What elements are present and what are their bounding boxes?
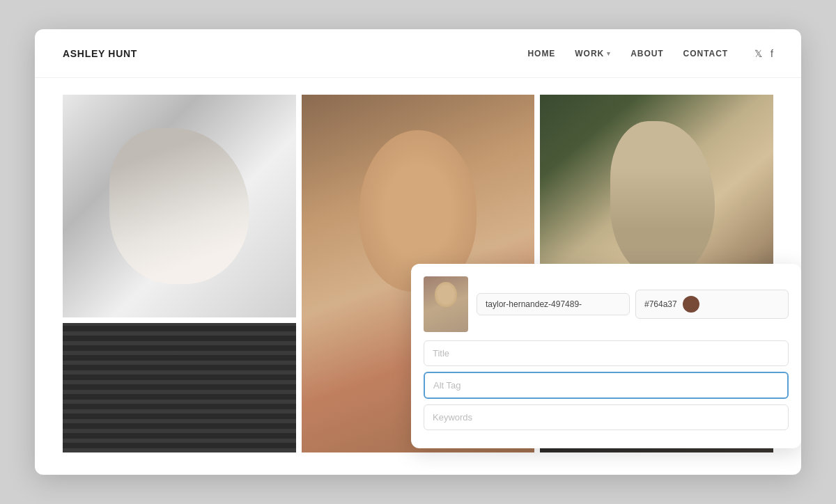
gallery-area: taylor-hernandez-497489- #764a37 <box>35 78 801 469</box>
color-swatch[interactable] <box>683 296 699 313</box>
popup-color-field[interactable]: #764a37 <box>635 290 789 319</box>
keywords-input[interactable] <box>424 404 789 430</box>
nav-contact[interactable]: CONTACT <box>683 49 729 58</box>
nav-about[interactable]: ABOUT <box>630 49 663 58</box>
work-dropdown-arrow: ▾ <box>607 50 611 57</box>
popup-color-text: #764a37 <box>644 299 677 309</box>
photo-4 <box>63 323 296 452</box>
site-header: ASHLEY HUNT HOME WORK ▾ ABOUT CONTACT 𝕏 … <box>35 29 801 78</box>
nav-home[interactable]: HOME <box>527 49 555 58</box>
alt-tag-input[interactable] <box>424 372 789 399</box>
popup-top-row: taylor-hernandez-497489- #764a37 <box>424 276 789 332</box>
nav-social: 𝕏 f <box>754 48 773 59</box>
title-input-row <box>424 340 789 366</box>
image-edit-popup: taylor-hernandez-497489- #764a37 <box>411 264 801 448</box>
photo-1 <box>63 95 296 317</box>
site-nav: HOME WORK ▾ ABOUT CONTACT 𝕏 f <box>527 48 773 59</box>
gallery-cell-4[interactable] <box>63 323 296 452</box>
popup-thumbnail <box>424 276 468 332</box>
gallery-cell-1[interactable] <box>63 95 296 317</box>
facebook-icon[interactable]: f <box>771 48 773 59</box>
site-logo[interactable]: ASHLEY HUNT <box>63 48 137 59</box>
alt-tag-input-row <box>424 372 789 399</box>
keywords-input-row <box>424 404 789 430</box>
browser-window: ASHLEY HUNT HOME WORK ▾ ABOUT CONTACT 𝕏 … <box>35 29 801 475</box>
popup-filename-field: taylor-hernandez-497489- <box>477 293 630 315</box>
nav-work[interactable]: WORK ▾ <box>575 49 611 58</box>
title-input[interactable] <box>424 340 789 366</box>
twitter-icon[interactable]: 𝕏 <box>754 48 762 59</box>
popup-fields: taylor-hernandez-497489- #764a37 <box>477 290 789 319</box>
